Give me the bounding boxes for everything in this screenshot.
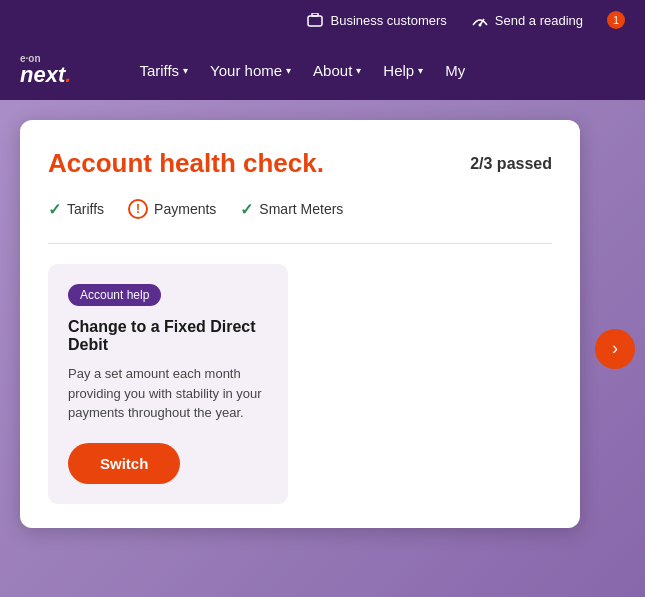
payments-check-label: Payments	[154, 201, 216, 217]
tariffs-chevron-icon: ▾	[183, 65, 188, 76]
modal-header: Account health check. 2/3 passed	[48, 148, 552, 179]
logo-next: next.	[20, 64, 71, 86]
check-smart-meters: ✓ Smart Meters	[240, 200, 343, 219]
help-chevron-icon: ▾	[418, 65, 423, 76]
modal-next-arrow[interactable]: ›	[595, 329, 635, 369]
notification-badge: 1	[607, 11, 625, 29]
briefcase-icon	[306, 11, 324, 29]
nav-your-home[interactable]: Your home ▾	[202, 58, 299, 83]
overlay: Account health check. 2/3 passed ✓ Tarif…	[0, 100, 645, 597]
logo[interactable]: e·on next.	[20, 54, 71, 86]
nav-help[interactable]: Help ▾	[375, 58, 431, 83]
business-customers-link[interactable]: Business customers	[306, 11, 446, 29]
modal-title: Account health check.	[48, 148, 324, 179]
nav-about[interactable]: About ▾	[305, 58, 369, 83]
smart-meters-check-icon: ✓	[240, 200, 253, 219]
nav-items: Tariffs ▾ Your home ▾ About ▾ Help ▾ My	[131, 58, 473, 83]
check-tariffs: ✓ Tariffs	[48, 200, 104, 219]
payments-warning-icon: !	[128, 199, 148, 219]
modal-score: 2/3 passed	[470, 155, 552, 173]
health-check-modal: Account health check. 2/3 passed ✓ Tarif…	[20, 120, 580, 528]
business-customers-label: Business customers	[330, 13, 446, 28]
smart-meters-check-label: Smart Meters	[259, 201, 343, 217]
help-card: Account help Change to a Fixed Direct De…	[48, 264, 288, 504]
help-badge: Account help	[68, 284, 161, 306]
check-items: ✓ Tariffs ! Payments ✓ Smart Meters	[48, 199, 552, 219]
svg-point-3	[478, 24, 481, 27]
divider	[48, 243, 552, 244]
notification-button[interactable]: 1	[607, 11, 625, 29]
check-payments: ! Payments	[128, 199, 216, 219]
tariffs-check-icon: ✓	[48, 200, 61, 219]
about-chevron-icon: ▾	[356, 65, 361, 76]
svg-rect-1	[308, 16, 322, 26]
send-reading-link[interactable]: Send a reading	[471, 11, 583, 29]
nav-bar: e·on next. Tariffs ▾ Your home ▾ About ▾…	[0, 40, 645, 100]
send-reading-label: Send a reading	[495, 13, 583, 28]
nav-tariffs[interactable]: Tariffs ▾	[131, 58, 196, 83]
top-bar: Business customers Send a reading 1	[0, 0, 645, 40]
help-card-title: Change to a Fixed Direct Debit	[68, 318, 268, 354]
help-card-description: Pay a set amount each month providing yo…	[68, 364, 268, 423]
switch-button[interactable]: Switch	[68, 443, 180, 484]
meter-icon	[471, 11, 489, 29]
nav-my[interactable]: My	[437, 58, 473, 83]
logo-dot: .	[65, 62, 71, 87]
tariffs-check-label: Tariffs	[67, 201, 104, 217]
your-home-chevron-icon: ▾	[286, 65, 291, 76]
